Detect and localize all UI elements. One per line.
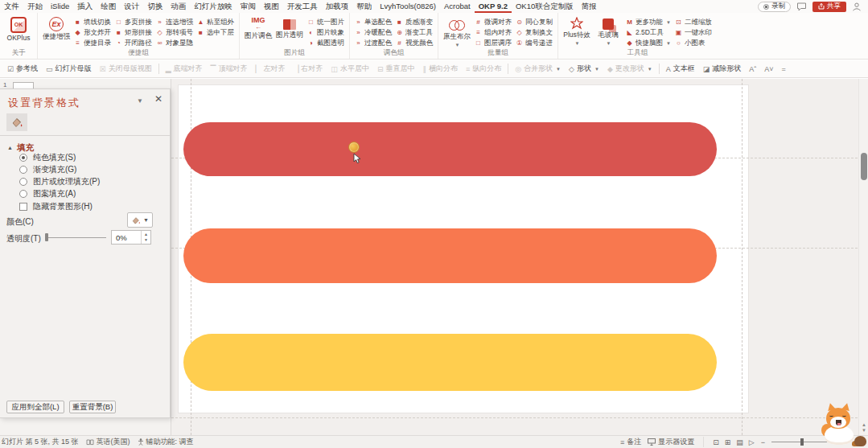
reset-background-button[interactable]: 重置背景(B) [69,401,116,413]
ribbon-btn-picture-mirror[interactable]: ◐图片映象 [307,28,344,37]
toolbar-close-master[interactable]: ☒关闭母版视图 [96,60,156,78]
share-button[interactable]: 共享 [812,2,846,12]
ribbon-btn-open-close-path[interactable]: ◔开闭路径 [115,39,152,47]
ribbon-btn-rect-join[interactable]: ■矩形拼接 [115,28,152,37]
mascot-pet[interactable] [821,400,868,448]
radio-pattern-icon[interactable] [19,190,27,198]
ribbon-btn-shape-text-explode[interactable]: ◆形文炸开 [74,28,111,37]
radio-option-solid-fill[interactable]: 纯色填充(S) [19,152,76,163]
menu-draw[interactable]: 绘图 [97,0,120,13]
toolbar-change-shape[interactable]: ◆更改形状▼ [603,60,656,78]
menu-review[interactable]: 审阅 [237,0,260,13]
menu-lvyhtools[interactable]: LvyhTools(0826) [376,0,440,13]
menu-file[interactable]: 文件 [0,0,23,13]
ribbon-btn-unify-picture[interactable]: □统一图片 [307,18,344,27]
ribbon-btn-multipage-join[interactable]: □多页拼接 [115,18,152,27]
menu-jianbao[interactable]: 简报 [578,0,601,13]
toolbar-align-bottom[interactable]: ▂底端对齐 [162,60,207,78]
editing-canvas[interactable]: ▲ ▼ [171,79,868,435]
panel-options-caret-icon[interactable]: ▼ [137,97,143,105]
ribbon-btn-copy-replace-text[interactable]: ◇复制换文 [516,28,553,37]
toolbar-align-left[interactable]: ▏左对齐 [252,60,290,78]
menu-okp-active-tab[interactable]: OKP 9.2 [475,0,512,13]
toolbar-center-vertical[interactable]: ⊟垂直居中 [373,60,419,78]
menu-developer[interactable]: 开发工具 [283,0,322,13]
toolbar-distribute-vertical[interactable]: ≡纵向分布 [462,60,505,78]
ribbon-btn-group-inner-align[interactable]: ≡组内对齐 [475,28,512,37]
ribbon-btn-qr-zoom[interactable]: ⊡二维缩放 [675,18,712,27]
menu-view[interactable]: 视图 [260,0,283,13]
ribbon-btn-quick-toc[interactable]: ≡便捷目录 [74,39,111,47]
toolbar-align-top[interactable]: ▔顶端对齐 [207,60,252,78]
language-status[interactable]: 英语(美国) [86,437,130,447]
panel-close-icon[interactable]: ✕ [154,93,162,105]
slide-sorter-view-button[interactable]: ⊞ [725,438,731,446]
display-settings-button[interactable]: 显示器设置 [648,437,694,447]
toolbar-guides-toggle[interactable]: ☑参考线 [3,60,42,78]
picture-transparency-button[interactable]: 图片透明 [276,14,303,49]
user-avatar-icon[interactable] [852,2,862,11]
ribbon-btn-texture-gradient[interactable]: ■质感渐变 [396,18,433,27]
slideshow-view-button[interactable]: ▷ [749,438,755,446]
scrollbar-thumb[interactable] [861,153,867,180]
menu-help[interactable]: 帮助 [352,0,376,13]
ribbon-btn-select-lower-layer[interactable]: ■选中下层 [197,28,234,37]
menu-slideshow[interactable]: 幻灯片放映 [190,0,237,13]
transparency-slider-handle[interactable] [45,233,48,241]
ribbon-btn-warm-cool-palette[interactable]: »冷暖配色 [355,28,392,37]
ribbon-btn-multi-select[interactable]: »连选增强 [156,18,193,27]
record-button[interactable]: 录制 [758,2,791,12]
plus-effects-button[interactable]: Plus特效▼ [563,14,590,49]
menu-addins[interactable]: 加载项 [322,0,353,13]
radio-picture-icon[interactable] [19,178,27,186]
ribbon-btn-single-palette[interactable]: »单选配色 [355,18,392,27]
transparency-slider[interactable] [48,237,106,238]
toolbar-subtract-shape[interactable]: ◪减除形状 [699,60,746,78]
menu-home[interactable]: 开始 [23,0,47,13]
ribbon-btn-mini-chart[interactable]: ○小图表 [675,39,712,47]
rounded-banner-shape-yellow[interactable] [183,334,717,391]
menu-transitions[interactable]: 切换 [143,0,167,13]
rounded-banner-shape-red[interactable] [183,122,717,176]
convenient-enhance-button[interactable]: Ex 便捷增强 [43,14,70,49]
apply-to-all-button[interactable]: 应用到全部(L) [6,401,64,413]
menu-animations[interactable]: 动画 [167,0,190,13]
radio-option-gradient-fill[interactable]: 渐变填充(G) [19,164,76,175]
ribbon-btn-screenshot-transparent[interactable]: ◑截图透明 [307,39,344,47]
zoom-slider-thumb[interactable] [800,438,804,446]
toolbar-textbox[interactable]: A文本框 [662,60,699,78]
radio-solid-icon[interactable] [19,154,27,162]
comment-icon[interactable] [796,2,807,11]
normal-view-button[interactable]: ⊡ [713,438,719,446]
toolbar-slide-master[interactable]: ▭幻灯片母版 [42,60,96,78]
spin-up-icon[interactable]: ▲ [144,232,148,237]
vertical-scrollbar[interactable]: ▲ ▼ [858,79,868,435]
okplus-about-button[interactable]: OK OKPlus [5,14,32,49]
ribbon-btn-quick-mindmap[interactable]: ◆快捷脑图▼ [626,39,671,47]
radio-gradient-icon[interactable] [19,166,27,174]
menu-ok10[interactable]: OK10联合定制版 [512,0,578,13]
radio-option-picture-fill[interactable]: 图片或纹理填充(P) [19,176,100,187]
ribbon-btn-shape-to-bullet[interactable]: ◇形转项号 [156,28,193,37]
rounded-banner-shape-orange[interactable] [183,228,717,283]
ribbon-btn-gradient-tool[interactable]: ⊕渐变工具 [396,28,433,37]
menu-acrobat[interactable]: Acrobat [440,0,475,13]
toolbar-merge-shapes[interactable]: ◎合并形状▼ [511,60,565,78]
ribbon-btn-object-visibility[interactable]: ∞对象显隐 [156,39,193,47]
ribbon-btn-transition-palette[interactable]: »过渡配色 [355,39,392,47]
fill-tab[interactable] [6,113,27,131]
color-picker-button[interactable]: ▼ [127,212,153,228]
ribbon-btn-25d-tool[interactable]: ◣2.5D工具 [626,28,671,37]
toolbar-equal-size[interactable]: = [778,60,790,78]
notes-button[interactable]: ≡备注 [620,437,641,447]
spin-down-icon[interactable]: ▼ [144,237,148,243]
ribbon-btn-paste-outside-group[interactable]: ▲粘至组外 [197,18,234,27]
reading-view-button[interactable]: ▤ [736,438,743,446]
ribbon-btn-number-sequence[interactable]: ①编号递进 [516,39,553,47]
ribbon-btn-one-key-watermark[interactable]: ▣一键水印 [675,28,712,37]
menu-design[interactable]: 设计 [120,0,143,13]
checkbox-icon[interactable] [19,203,27,211]
fill-section-caret-icon[interactable]: ▲ [7,145,13,150]
menu-islide[interactable]: iSlide [47,0,73,13]
toolbar-distribute-horizontal[interactable]: ∥横向分布 [418,60,462,78]
